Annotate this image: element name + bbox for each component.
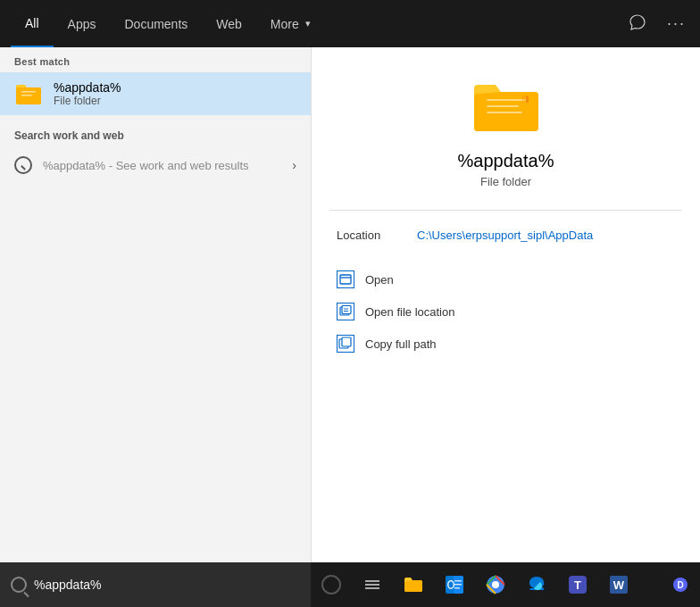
svg-rect-5 [526, 96, 529, 103]
svg-rect-11 [342, 337, 351, 346]
open-icon [337, 270, 354, 288]
nav-tab-all-label: All [25, 16, 39, 30]
app-title: %appdata% [458, 151, 554, 171]
taskbar-search-text: %appdata% [34, 578, 300, 592]
result-item-appdata[interactable]: %appdata% File folder [0, 72, 311, 115]
system-tray: D [668, 567, 700, 603]
search-web-icon [14, 156, 32, 174]
nav-tab-documents-label: Documents [124, 17, 188, 31]
result-text: %appdata% File folder [54, 80, 121, 107]
folder-icon-small [14, 79, 43, 108]
tv-line-3 [365, 587, 379, 589]
chat-icon-button[interactable] [626, 11, 649, 37]
info-row: Location C:\Users\erpsupport_sipl\AppDat… [329, 229, 682, 242]
copy-full-path-label: Copy full path [365, 337, 437, 351]
nav-tab-documents[interactable]: Documents [110, 0, 202, 47]
nav-tab-web-label: Web [216, 17, 242, 31]
svg-rect-18 [454, 587, 460, 589]
result-title: %appdata% [54, 80, 121, 95]
search-work-label: Search work and web [0, 115, 311, 149]
cortana-circle-icon [321, 575, 341, 595]
open-action-item[interactable]: Open [329, 263, 682, 295]
file-explorer-button[interactable] [393, 562, 434, 607]
copy-full-path-action-item[interactable]: Copy full path [329, 328, 682, 360]
task-view-icon [365, 580, 379, 589]
nav-tab-apps[interactable]: Apps [54, 0, 111, 47]
tv-line-1 [365, 580, 379, 582]
web-search-suffix: - See work and web results [105, 159, 248, 172]
chevron-right-icon: › [292, 158, 296, 172]
copy-full-path-icon [337, 335, 354, 353]
open-file-location-label: Open file location [365, 305, 454, 319]
more-options-icon-button[interactable]: ··· [663, 11, 689, 37]
taskbar-search-icon [11, 577, 27, 593]
svg-point-20 [492, 581, 499, 588]
svg-text:T: T [574, 578, 581, 592]
svg-text:D: D [677, 580, 683, 590]
svg-rect-2 [487, 99, 526, 101]
divider [329, 210, 682, 211]
taskbar: %appdata% [0, 562, 700, 607]
search-area: Best match %appdata% File folder Search … [0, 47, 700, 562]
taskbar-search-box[interactable]: %appdata% [0, 562, 311, 607]
nav-tab-web[interactable]: Web [202, 0, 256, 47]
teams-button[interactable]: T [557, 562, 598, 607]
web-search-item[interactable]: %appdata% - See work and web results › [0, 149, 311, 181]
best-match-label: Best match [0, 47, 311, 72]
unknown-app-icon: D [671, 576, 689, 594]
nav-tab-more-label: More [271, 17, 299, 31]
left-panel: Best match %appdata% File folder Search … [0, 47, 311, 562]
file-explorer-icon [403, 574, 424, 595]
nav-icons: ··· [626, 11, 689, 37]
svg-point-15 [449, 582, 454, 588]
top-nav: All Apps Documents Web More ▾ ··· [0, 0, 700, 47]
web-search-text: %appdata% - See work and web results [43, 159, 281, 172]
chrome-button[interactable] [475, 562, 516, 607]
svg-rect-9 [342, 306, 351, 314]
nav-tab-more[interactable]: More ▾ [256, 0, 325, 47]
svg-rect-1 [21, 95, 32, 96]
word-button[interactable]: W [598, 562, 639, 607]
edge-button[interactable] [516, 562, 557, 607]
nav-tab-apps-label: Apps [68, 17, 96, 31]
app-subtitle: File folder [480, 175, 531, 188]
tray-icon-1[interactable]: D [668, 567, 693, 603]
svg-rect-16 [454, 580, 462, 582]
chrome-icon [486, 575, 505, 595]
location-label: Location [337, 229, 417, 242]
svg-rect-7 [340, 275, 351, 284]
right-panel: %appdata% File folder Location C:\Users\… [311, 47, 700, 562]
action-list: Open Open file location [329, 263, 682, 360]
web-search-query: %appdata% [43, 159, 105, 172]
location-value[interactable]: C:\Users\erpsupport_sipl\AppData [417, 229, 593, 242]
outlook-button[interactable] [434, 562, 475, 607]
svg-rect-4 [487, 112, 522, 113]
svg-text:W: W [613, 578, 625, 592]
nav-tab-all[interactable]: All [11, 0, 54, 47]
open-label: Open [365, 273, 394, 287]
svg-rect-3 [487, 105, 519, 107]
svg-rect-0 [21, 91, 36, 93]
result-subtitle: File folder [54, 95, 121, 107]
open-file-location-icon [337, 303, 354, 320]
chevron-down-icon: ▾ [305, 18, 311, 29]
outlook-icon [445, 575, 464, 595]
task-view-button[interactable] [352, 562, 393, 607]
teams-icon: T [568, 575, 588, 595]
edge-icon [527, 575, 546, 595]
word-icon: W [609, 575, 629, 595]
svg-rect-6 [522, 96, 525, 101]
folder-icon-large [471, 74, 542, 137]
svg-rect-17 [454, 584, 462, 586]
tv-line-2 [365, 584, 379, 586]
cortana-button[interactable] [311, 562, 352, 607]
open-file-location-action-item[interactable]: Open file location [329, 295, 682, 328]
